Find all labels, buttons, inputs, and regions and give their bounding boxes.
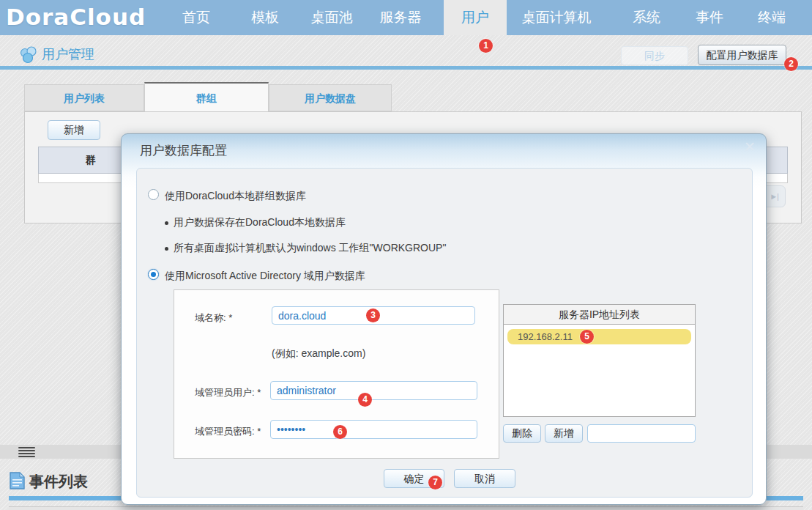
top-nav: DoraCloud 首页 模板 桌面池 服务器 用户 桌面计算机 系统 事件 终… bbox=[0, 0, 812, 35]
tab-user-data-disk[interactable]: 用户数据盘 bbox=[269, 84, 392, 111]
bullet-dot bbox=[165, 221, 168, 225]
brand-text: DoraCloud bbox=[6, 4, 146, 30]
radio-local-database-label: 使用DoraCloud本地群组数据库 bbox=[165, 190, 306, 203]
new-ip-input[interactable] bbox=[587, 424, 696, 443]
annotation-badge-3: 3 bbox=[366, 308, 380, 322]
domain-example-hint: (例如: example.com) bbox=[272, 347, 365, 361]
add-ip-button[interactable]: 新增 bbox=[545, 424, 583, 443]
nav-item-desktop-computers[interactable]: 桌面计算机 bbox=[511, 0, 602, 35]
close-icon[interactable]: ✕ bbox=[744, 138, 756, 155]
annotation-badge-4: 4 bbox=[358, 393, 372, 407]
menu-hamburger-icon[interactable] bbox=[18, 447, 35, 459]
server-ip-list-header: 服务器IP地址列表 bbox=[503, 304, 696, 325]
tab-user-list[interactable]: 用户列表 bbox=[24, 84, 144, 111]
server-ip-item-selected[interactable]: 192.168.2.11 bbox=[507, 329, 691, 344]
radio-local-database[interactable] bbox=[148, 189, 159, 200]
radio-active-directory-label: 使用Microsoft Active Directory 域用户数据库 bbox=[165, 270, 365, 283]
server-ip-panel: 服务器IP地址列表 192.168.2.11 5 删除 新增 bbox=[503, 304, 696, 417]
dialog-body: 使用DoraCloud本地群组数据库 用户数据保存在DoraCloud本地数据库… bbox=[136, 168, 753, 498]
nav-item-terminals[interactable]: 终端 bbox=[750, 0, 793, 35]
annotation-badge-2: 2 bbox=[784, 57, 798, 71]
header-divider-bar bbox=[0, 66, 812, 70]
cancel-button[interactable]: 取消 bbox=[454, 469, 515, 488]
bullet-dot bbox=[165, 247, 168, 251]
local-bullet-2: 所有桌面虚拟计算机默认为windows 工作组"WORKGROUP" bbox=[174, 242, 446, 255]
nav-item-servers[interactable]: 服务器 bbox=[372, 0, 429, 35]
tab-group[interactable]: 群组 bbox=[144, 82, 269, 112]
add-group-button[interactable]: 新增 bbox=[48, 120, 100, 140]
annotation-badge-1: 1 bbox=[479, 39, 493, 53]
admin-user-label: 域管理员用户: * bbox=[195, 386, 261, 399]
dialog-title: 用户数据库配置 bbox=[140, 142, 227, 159]
server-ip-value: 192.168.2.11 bbox=[518, 331, 573, 342]
user-database-config-dialog: 用户数据库配置 ✕ 使用DoraCloud本地群组数据库 用户数据保存在Dora… bbox=[121, 133, 767, 505]
radio-active-directory[interactable] bbox=[148, 269, 159, 280]
local-bullet-1: 用户数据保存在DoraCloud本地数据库 bbox=[174, 216, 346, 229]
event-table-edge bbox=[9, 506, 803, 510]
admin-password-input[interactable] bbox=[270, 420, 477, 439]
nav-item-events[interactable]: 事件 bbox=[688, 0, 731, 35]
sync-button[interactable]: 同步 bbox=[621, 46, 688, 65]
group-table-header-label: 群 bbox=[86, 154, 96, 167]
nav-item-desktop-pools[interactable]: 桌面池 bbox=[303, 0, 360, 35]
admin-user-input[interactable] bbox=[270, 381, 477, 400]
server-ip-list: 192.168.2.11 5 bbox=[503, 325, 696, 417]
nav-item-templates[interactable]: 模板 bbox=[245, 0, 286, 35]
admin-password-label: 域管理员密码: * bbox=[195, 425, 261, 438]
event-list-icon bbox=[10, 472, 25, 489]
nav-item-users[interactable]: 用户 bbox=[444, 0, 507, 35]
domain-name-label: 域名称: * bbox=[195, 311, 232, 325]
annotation-badge-5: 5 bbox=[580, 330, 594, 344]
nav-item-home[interactable]: 首页 bbox=[176, 0, 217, 35]
domain-form-box: 域名称: * 3 (例如: example.com) 域管理员用户: * 4 域… bbox=[174, 289, 499, 459]
annotation-badge-6: 6 bbox=[333, 425, 347, 439]
brand-logo: DoraCloud bbox=[6, 4, 146, 30]
nav-item-system[interactable]: 系统 bbox=[625, 0, 668, 35]
event-list-title: 事件列表 bbox=[29, 472, 88, 492]
page-title: 用户管理 bbox=[42, 45, 94, 63]
page: DoraCloud 首页 模板 桌面池 服务器 用户 桌面计算机 系统 事件 终… bbox=[0, 0, 812, 510]
annotation-badge-7: 7 bbox=[428, 476, 442, 489]
delete-ip-button[interactable]: 删除 bbox=[503, 424, 541, 443]
users-group-icon bbox=[19, 46, 38, 64]
configure-user-database-button[interactable]: 配置用户数据库 bbox=[698, 45, 786, 65]
